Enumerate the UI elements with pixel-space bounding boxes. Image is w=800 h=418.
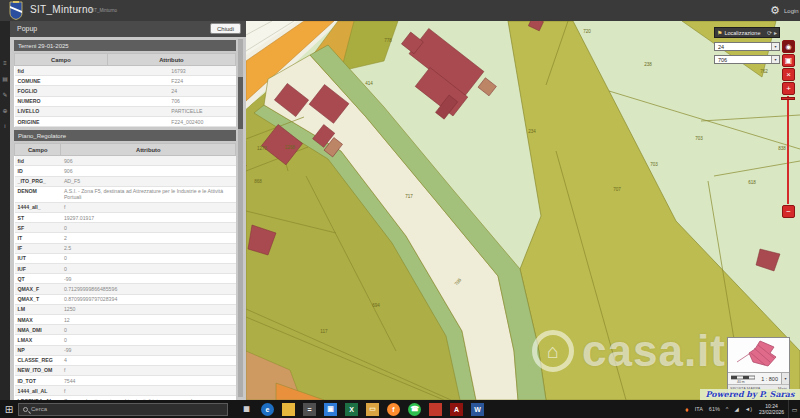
table-row: NEW_ITO_OMf (15, 365, 236, 375)
battery-indicator[interactable]: 61% (709, 406, 720, 412)
location-pin-icon: ⚑ (717, 29, 722, 36)
whatsapp-icon[interactable]: ☎ (408, 403, 421, 416)
system-tray: ♦ ITA 61% ^ ◢ ◄) 10:24 23/02/2026 ▭ (682, 400, 800, 418)
table-row: QMAX_F0.71299999866485596 (15, 284, 236, 294)
table-row: ST19297.01917 (15, 213, 236, 223)
overview-widget: 40 m 1 : 800 ▾ SPOSTA MAPPA Metri (727, 337, 790, 393)
popup-scrollbar[interactable] (238, 39, 243, 397)
search-placeholder: Cerca (31, 406, 47, 412)
fullscreen-button[interactable]: ▣ (782, 54, 795, 67)
refresh-icon[interactable]: ⟳ (767, 29, 772, 36)
explorer-icon[interactable]: ▭ (366, 403, 379, 416)
volume-icon[interactable]: ◄) (745, 406, 752, 412)
app-yellow-icon[interactable] (282, 403, 295, 416)
field-label: 1444_all_AL (15, 386, 61, 396)
field-label: NP (15, 345, 61, 355)
measure-icon[interactable]: ⊕ (0, 107, 10, 114)
table-row: FOGLIO24 (15, 86, 236, 96)
field-label: LMAX (15, 335, 61, 345)
start-button[interactable]: ⊞ (0, 404, 18, 415)
table-row: 1444_all_ALf (15, 386, 236, 396)
settings-gear-icon[interactable]: ⚙ (770, 4, 780, 17)
field-label: IUT (15, 253, 61, 263)
zoom-out-button[interactable]: − (782, 205, 795, 218)
layers-icon[interactable]: ▤ (0, 75, 10, 82)
section-title: Piano_Regolatore (14, 130, 236, 141)
close-map-tool-button[interactable]: × (782, 68, 795, 81)
field-label: ORIGINE (15, 116, 108, 126)
close-popup-button[interactable]: Chiudi (210, 23, 241, 34)
table-row: IF2.5 (15, 243, 236, 253)
field-value: PARTICELLE (107, 106, 235, 116)
word-icon[interactable]: W (471, 403, 484, 416)
edge-icon[interactable]: e (261, 403, 274, 416)
parcel-label: 720 (583, 29, 591, 34)
field-value: 2.5 (61, 243, 236, 253)
popup-title: Popup (17, 25, 37, 32)
scale-dropdown[interactable]: ▾ (781, 373, 789, 384)
table-row: 1444_all_f (15, 202, 236, 212)
field-value: 906 (61, 156, 236, 166)
ruler-label: 40 m (737, 380, 745, 383)
table-row: DENOMA.S.I. - Zona F5, destinata ad Attr… (15, 186, 236, 202)
edit-icon[interactable]: ✎ (0, 91, 10, 98)
acrobat-icon[interactable]: A (450, 403, 463, 416)
table-row: IT2 (15, 233, 236, 243)
login-link[interactable]: Login (784, 8, 799, 14)
dropdown-arrow-icon[interactable]: ▾ (771, 56, 779, 63)
parcel-label: 703 (695, 136, 703, 141)
field-label: IT (15, 233, 61, 243)
field-label: ID (15, 166, 61, 176)
table-row: QT-99 (15, 274, 236, 284)
scrollbar-thumb[interactable] (238, 77, 243, 129)
parcel-label: 117 (320, 329, 328, 334)
app-red-icon[interactable] (429, 403, 442, 416)
field-label: FOGLIO (15, 86, 108, 96)
taskbar-search[interactable]: Cerca (18, 403, 228, 416)
localizzazione-title: Localizzazione (724, 30, 765, 36)
language-indicator[interactable]: ITA (695, 406, 703, 412)
street-view-button[interactable]: ◉ (782, 40, 795, 53)
map-canvas[interactable]: 7784147202387622347037037078386181273126… (246, 21, 800, 400)
menu-icon[interactable]: ≡ (0, 60, 10, 66)
search-icon (23, 407, 28, 412)
map-viewport[interactable]: 7784147202387622347037037078386181273126… (246, 21, 800, 400)
firefox-tray-icon[interactable]: ♦ (685, 406, 689, 413)
popup-header: Popup Chiudi (10, 21, 246, 37)
parcel-label: 1273 (257, 146, 268, 151)
field-label: 1444_all_ (15, 202, 61, 212)
tray-chevron-icon[interactable]: ^ (726, 406, 729, 412)
network-icon[interactable]: ◢ (734, 406, 738, 412)
excel-icon[interactable]: X (345, 403, 358, 416)
field-value: 7544 (61, 376, 236, 386)
parcel-label: 234 (528, 129, 536, 134)
field-label: ST (15, 213, 61, 223)
zoom-slider-handle[interactable] (781, 97, 795, 100)
field-value: A.S.I. - Zona F5, destinata ad Attrezzat… (61, 186, 236, 202)
foglio-select[interactable]: 24 ▾ (714, 42, 780, 51)
localizzazione-header[interactable]: ⚑ Localizzazione ⟳ ▸ (714, 27, 780, 38)
field-value: F224 (107, 76, 235, 86)
clock[interactable]: 10:24 23/02/2026 (759, 403, 784, 416)
zoom-in-button[interactable]: + (782, 82, 795, 95)
field-value: 0.87099999797028394 (61, 294, 236, 304)
field-label: ID_TOT (15, 376, 61, 386)
notification-center-icon[interactable]: ▭ (788, 400, 800, 418)
firefox-icon[interactable]: f (387, 403, 400, 416)
photos-icon[interactable]: ▣ (324, 403, 337, 416)
zoom-slider[interactable] (787, 96, 789, 204)
table-row: NMA_DMI0 (15, 325, 236, 335)
calculator-icon[interactable]: = (303, 403, 316, 416)
column-header: Attributo (107, 54, 235, 66)
particella-select[interactable]: 706 ▾ (714, 55, 780, 64)
dropdown-arrow-icon[interactable]: ▾ (771, 43, 779, 50)
field-label: IF (15, 243, 61, 253)
info-icon[interactable]: i (0, 123, 10, 129)
task-view-icon[interactable]: ▦ (240, 403, 253, 416)
parcel-label: 838 (778, 146, 786, 151)
chevron-right-icon[interactable]: ▸ (774, 29, 777, 36)
overview-map[interactable] (728, 338, 789, 372)
field-value: f (61, 202, 236, 212)
table-row: QMAX_T0.87099999797028394 (15, 294, 236, 304)
field-value: 0 (61, 264, 236, 274)
